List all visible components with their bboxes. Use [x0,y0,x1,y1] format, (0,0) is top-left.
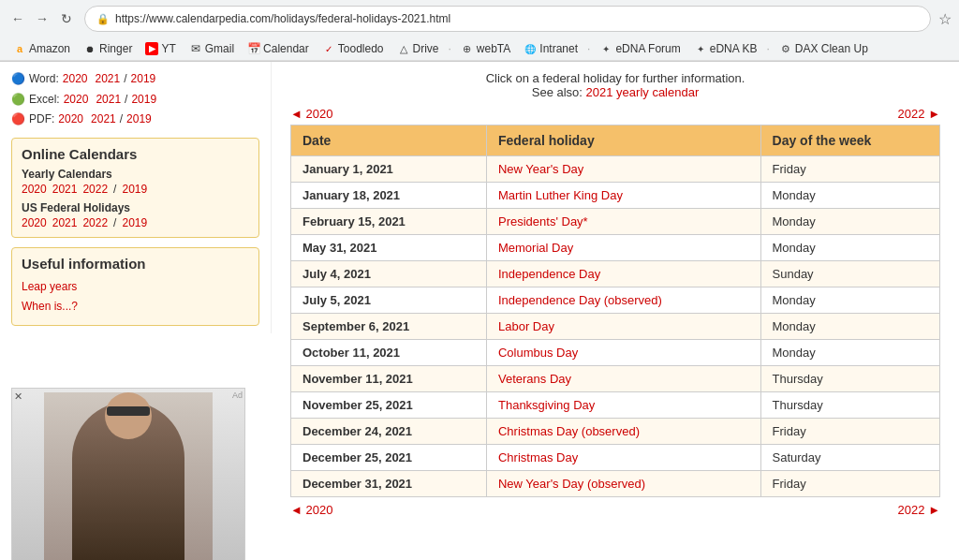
bookmark-star[interactable]: ☆ [938,10,952,28]
ad-image [12,389,244,560]
excel-2019[interactable]: 2019 [131,90,156,111]
bookmark-yt-label: YT [161,42,175,55]
holiday-link[interactable]: Martin Luther King Day [498,188,623,202]
yearly-year-row: 2020 2021 2022 / 2019 [22,183,249,196]
yearly-2021[interactable]: 2021 [52,183,78,196]
bookmark-edna-kb[interactable]: ✦ eDNA KB [688,40,763,57]
holiday-name: New Year's Day [486,156,760,183]
holiday-name: Independence Day [486,261,760,287]
holiday-link[interactable]: Memorial Day [498,241,573,255]
edna-kb-icon: ✦ [694,42,707,55]
us-2022[interactable]: 2022 [82,216,108,229]
holiday-date: May 31, 2021 [291,235,487,261]
yearly-2022[interactable]: 2022 [82,183,108,196]
excel-links: 🟢 Excel: 2020 2021 / 2019 [11,90,259,111]
bookmark-gmail[interactable]: ✉ Gmail [184,40,240,57]
ad-close[interactable]: ✕ [14,391,22,403]
holiday-name: Independence Day (observed) [486,287,760,314]
word-2021[interactable]: 2021 [96,69,121,90]
holiday-link[interactable]: Presidents' Day* [498,214,588,228]
dax-icon: ⚙ [779,42,792,55]
holiday-date: July 4, 2021 [291,261,487,287]
col-day-header: Day of the week [760,125,939,156]
excel-2021[interactable]: 2021 [96,90,121,111]
toodledo-icon: ✓ [322,42,335,55]
yearly-2020[interactable]: 2020 [22,183,47,196]
table-row: November 11, 2021Veterans DayThursday [291,366,940,392]
address-bar[interactable]: 🔒 https://www.calendarpedia.com/holidays… [84,6,931,32]
holiday-link[interactable]: Independence Day (observed) [498,293,662,307]
holiday-link[interactable]: New Year's Day [498,162,583,176]
bookmark-drive[interactable]: △ Drive [391,40,445,57]
file-links-section: 🔵 Word: 2020 2021 / 2019 🟢 Excel: 2020 2… [11,69,259,130]
bottom-next-link[interactable]: 2022 ► [898,503,940,517]
forward-button[interactable]: → [32,8,52,29]
nav-icons: ← → ↻ [7,8,77,29]
bookmark-calendar[interactable]: 📅 Calendar [242,40,315,57]
us-federal-label: US Federal Holidays [22,201,249,214]
holiday-name: Thanksgiving Day [486,392,760,419]
us-2020[interactable]: 2020 [22,216,47,229]
holiday-day: Saturday [760,445,939,471]
bookmark-intranet[interactable]: 🌐 Intranet [518,40,583,57]
excel-2020[interactable]: 2020 [64,90,89,111]
excel-icon: 🟢 [11,90,25,111]
bookmark-dax[interactable]: ⚙ DAX Clean Up [774,40,874,57]
holiday-link[interactable]: Labor Day [498,319,554,333]
yearly-calendar-link[interactable]: 2021 yearly calendar [586,85,700,99]
pdf-label: PDF: [29,110,54,130]
prev-year-link[interactable]: ◄ 2020 [290,107,332,121]
refresh-button[interactable]: ↻ [56,8,77,29]
word-2020[interactable]: 2020 [63,69,88,90]
bookmark-webta[interactable]: ⊕ webTA [455,40,516,57]
holiday-link[interactable]: Independence Day [498,267,600,281]
bookmark-edna-forum[interactable]: ✦ eDNA Forum [594,40,686,57]
word-2019[interactable]: 2019 [131,69,156,90]
leap-years-link[interactable]: Leap years [22,277,249,298]
next-year-link[interactable]: 2022 ► [898,107,940,121]
word-links: 🔵 Word: 2020 2021 / 2019 [11,69,259,90]
holiday-date: January 1, 2021 [291,156,487,183]
amazon-icon: a [13,42,26,55]
bookmark-gmail-label: Gmail [205,42,234,55]
ad-label: Ad [232,391,243,400]
bookmark-edna-forum-label: eDNA Forum [615,42,680,55]
bottom-prev-link[interactable]: ◄ 2020 [290,503,332,517]
back-button[interactable]: ← [7,8,28,29]
holiday-day: Friday [760,156,939,183]
holiday-link[interactable]: New Year's Day (observed) [498,477,645,491]
edna-forum-icon: ✦ [599,42,612,55]
pdf-2019[interactable]: 2019 [126,110,152,130]
bookmark-amazon[interactable]: a Amazon [7,40,76,57]
holiday-date: July 5, 2021 [291,287,487,314]
us-2021[interactable]: 2021 [52,216,78,229]
pdf-2021[interactable]: 2021 [91,110,116,130]
table-row: October 11, 2021Columbus DayMonday [291,340,940,366]
us-2019[interactable]: 2019 [122,216,147,229]
holiday-day: Monday [760,209,939,235]
page-content: 🔵 Word: 2020 2021 / 2019 🟢 Excel: 2020 2… [0,62,959,560]
yearly-2019[interactable]: 2019 [122,183,147,196]
when-is-link[interactable]: When is...? [22,297,249,317]
holiday-day: Thursday [760,392,939,419]
bookmark-dax-label: DAX Clean Up [795,42,868,55]
holiday-link[interactable]: Veterans Day [498,372,571,386]
holiday-link[interactable]: Columbus Day [498,346,578,360]
holiday-date: October 11, 2021 [291,340,487,366]
holiday-day: Monday [760,183,939,209]
holiday-link[interactable]: Thanksgiving Day [498,398,595,412]
pdf-2020[interactable]: 2020 [58,110,83,130]
intranet-icon: 🌐 [524,42,537,55]
bookmark-yt[interactable]: ▶ YT [140,40,181,57]
holiday-day: Monday [760,235,939,261]
ad-area: ✕ Ad [0,380,272,560]
bookmark-drive-label: Drive [413,42,439,55]
see-also-text: See also: [532,85,583,99]
holiday-link[interactable]: Christmas Day [498,450,578,464]
online-calendars-title: Online Calendars [22,146,249,162]
bookmark-toodledo[interactable]: ✓ Toodledo [317,40,390,57]
gmail-icon: ✉ [189,42,202,55]
bookmark-ringer[interactable]: ⏺ Ringer [78,40,138,57]
holiday-link[interactable]: Christmas Day (observed) [498,424,640,438]
holiday-day: Sunday [760,261,939,287]
